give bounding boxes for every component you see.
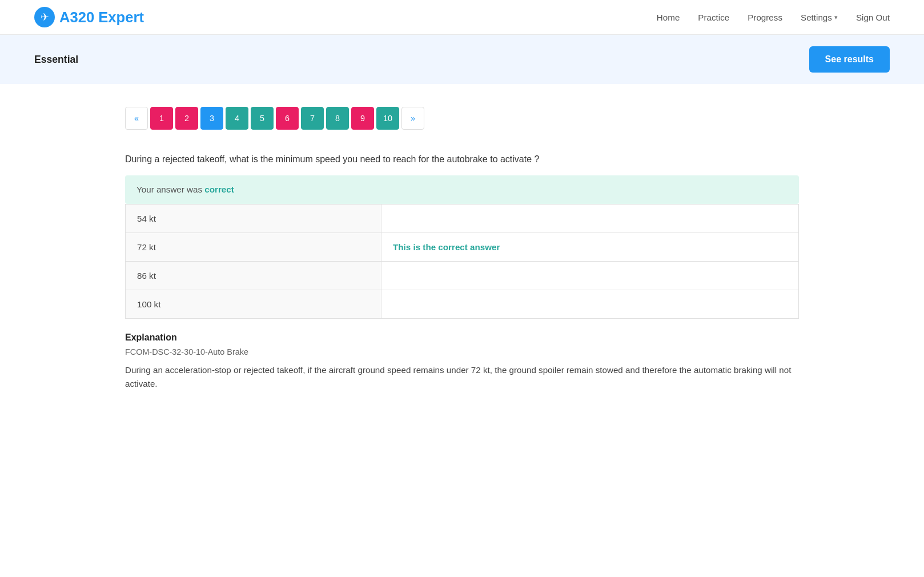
answer-status-text: Your answer was correct bbox=[136, 185, 234, 194]
pagination-prev[interactable]: « bbox=[125, 107, 148, 130]
pagination-page-3[interactable]: 3 bbox=[200, 107, 223, 130]
options-table: 54 kt 72 kt This is the correct answer 8… bbox=[125, 204, 799, 319]
plane-icon: ✈ bbox=[34, 7, 55, 27]
explanation-text: During an acceleration-stop or rejected … bbox=[125, 363, 799, 391]
see-results-button[interactable]: See results bbox=[809, 46, 890, 73]
nav-sign-out[interactable]: Sign Out bbox=[856, 13, 890, 22]
svg-text:✈: ✈ bbox=[41, 11, 49, 23]
table-row: 54 kt bbox=[126, 205, 799, 233]
option-note-3 bbox=[381, 262, 799, 290]
main-content: « 1 2 3 4 5 6 7 8 9 10 » During a reject… bbox=[91, 84, 833, 414]
pagination-next[interactable]: » bbox=[401, 107, 424, 130]
nav-settings[interactable]: Settings ▾ bbox=[801, 13, 838, 22]
answer-status-box: Your answer was correct bbox=[125, 175, 799, 204]
nav: Home Practice Progress Settings ▾ Sign O… bbox=[657, 13, 890, 22]
chevron-down-icon: ▾ bbox=[834, 14, 838, 21]
pagination-page-7[interactable]: 7 bbox=[301, 107, 324, 130]
option-value-1: 54 kt bbox=[126, 205, 381, 233]
nav-home[interactable]: Home bbox=[657, 13, 680, 22]
logo-text: A320 Expert bbox=[59, 9, 144, 26]
pagination-page-5[interactable]: 5 bbox=[251, 107, 274, 130]
pagination: « 1 2 3 4 5 6 7 8 9 10 » bbox=[125, 107, 799, 130]
table-row: 100 kt bbox=[126, 290, 799, 319]
pagination-page-4[interactable]: 4 bbox=[226, 107, 248, 130]
option-note-2: This is the correct answer bbox=[381, 233, 799, 262]
logo: ✈ A320 Expert bbox=[34, 7, 144, 27]
table-row: 86 kt bbox=[126, 262, 799, 290]
answer-prefix: Your answer was bbox=[136, 185, 204, 194]
option-value-3: 86 kt bbox=[126, 262, 381, 290]
correct-answer-label: This is the correct answer bbox=[393, 242, 500, 252]
sub-header: Essential See results bbox=[0, 35, 924, 84]
pagination-page-10[interactable]: 10 bbox=[376, 107, 399, 130]
explanation-title: Explanation bbox=[125, 332, 799, 343]
pagination-page-8[interactable]: 8 bbox=[326, 107, 349, 130]
option-value-2: 72 kt bbox=[126, 233, 381, 262]
explanation-ref: FCOM-DSC-32-30-10-Auto Brake bbox=[125, 347, 799, 356]
nav-practice[interactable]: Practice bbox=[698, 13, 729, 22]
settings-label: Settings bbox=[801, 13, 832, 22]
pagination-page-9[interactable]: 9 bbox=[351, 107, 374, 130]
explanation-section: Explanation FCOM-DSC-32-30-10-Auto Brake… bbox=[125, 332, 799, 391]
nav-progress[interactable]: Progress bbox=[748, 13, 782, 22]
pagination-page-2[interactable]: 2 bbox=[175, 107, 198, 130]
option-note-4 bbox=[381, 290, 799, 319]
option-value-4: 100 kt bbox=[126, 290, 381, 319]
pagination-page-6[interactable]: 6 bbox=[276, 107, 299, 130]
answer-status-word: correct bbox=[204, 185, 234, 194]
header: ✈ A320 Expert Home Practice Progress Set… bbox=[0, 0, 924, 35]
question-text: During a rejected takeoff, what is the m… bbox=[125, 153, 799, 166]
table-row: 72 kt This is the correct answer bbox=[126, 233, 799, 262]
option-note-1 bbox=[381, 205, 799, 233]
page-title: Essential bbox=[34, 54, 78, 66]
pagination-page-1[interactable]: 1 bbox=[150, 107, 173, 130]
